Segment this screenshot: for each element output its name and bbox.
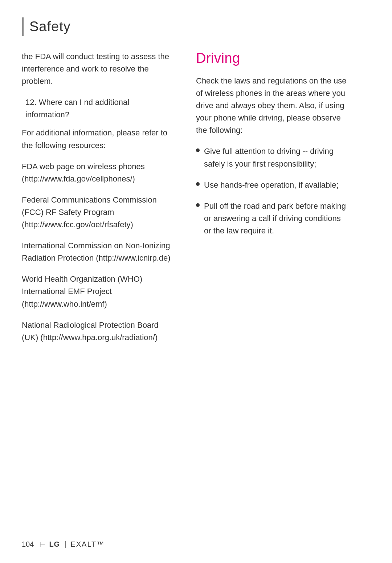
resource-4: World Health Organization (WHO) Internat… <box>22 273 174 310</box>
page-container: Safety the FDA will conduct testing to a… <box>0 0 392 563</box>
question-heading: 12. Where can I nd additional informatio… <box>22 96 174 121</box>
bullet-dot-2 <box>196 182 200 186</box>
content-columns: the FDA will conduct testing to assess t… <box>22 50 370 352</box>
safety-title: Safety <box>29 17 71 36</box>
footer-lg-text: LG <box>49 540 60 548</box>
page-footer: 104 ⊢ LG | EXALT™ <box>22 535 370 548</box>
left-column: the FDA will conduct testing to assess t… <box>22 50 174 352</box>
bullet-item-2: Use hands-free operation, if available; <box>196 179 348 191</box>
resource-1: FDA web page on wireless phones (http://… <box>22 160 174 185</box>
resource-3: International Commission on Non-Ionizing… <box>22 240 174 264</box>
resource-5: National Radiological Protection Board (… <box>22 319 174 344</box>
footer-logo-area: ⊢ LG | EXALT™ <box>40 540 105 548</box>
driving-intro: Check the laws and regulations on the us… <box>196 75 348 136</box>
answer-intro: For additional information, please refer… <box>22 127 174 151</box>
bullet-text-1: Give full attention to driving -- drivin… <box>204 145 348 170</box>
bullet-item-3: Pull off the road and park before making… <box>196 200 348 237</box>
bullet-item-1: Give full attention to driving -- drivin… <box>196 145 348 170</box>
resource-2: Federal Communications Commission (FCC) … <box>22 194 174 231</box>
question-number: 12. <box>25 98 37 107</box>
footer-lg-prefix: ⊢ <box>40 540 45 548</box>
right-column: Driving Check the laws and regulations o… <box>196 50 348 246</box>
bullet-dot-1 <box>196 148 200 152</box>
bullet-dot-3 <box>196 203 200 207</box>
driving-section-title: Driving <box>196 50 348 66</box>
question-text: Where can I nd additional information? <box>25 98 129 119</box>
safety-header: Safety <box>22 17 370 36</box>
intro-paragraph: the FDA will conduct testing to assess t… <box>22 50 174 87</box>
driving-bullet-list: Give full attention to driving -- drivin… <box>196 145 348 237</box>
footer-brand-text: EXALT™ <box>70 540 105 548</box>
footer-page-number: 104 <box>22 540 34 548</box>
bullet-text-2: Use hands-free operation, if available; <box>204 179 339 191</box>
safety-border-line <box>22 17 24 36</box>
bullet-text-3: Pull off the road and park before making… <box>204 200 348 237</box>
footer-pipe: | <box>64 540 66 548</box>
